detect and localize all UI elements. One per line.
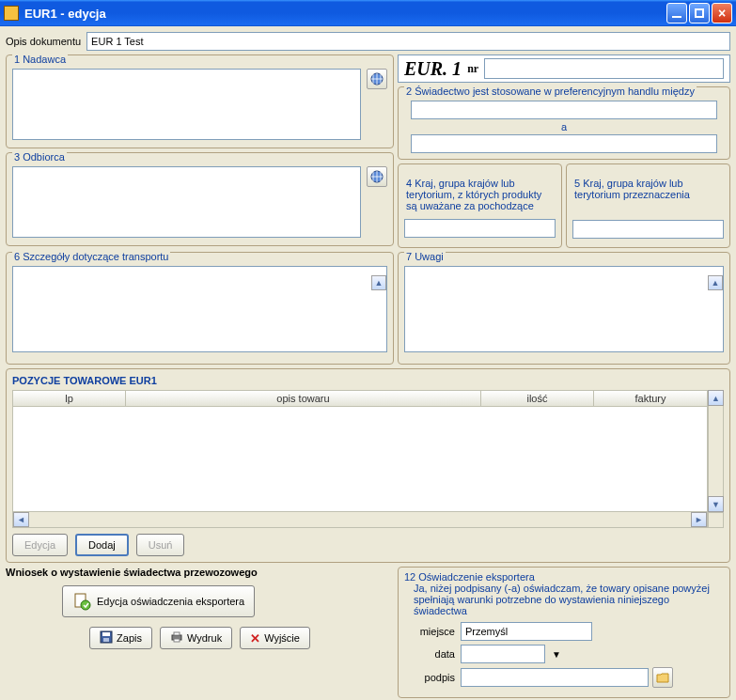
scroll-right-icon[interactable]: ► — [691, 512, 707, 527]
box4-input[interactable] — [404, 219, 556, 238]
svg-rect-6 — [103, 638, 109, 642]
grid-header: lp opis towaru ilość faktury — [12, 390, 708, 407]
eur-header: EUR. 1 nr — [398, 54, 730, 83]
save-icon — [100, 630, 113, 646]
date-dropdown-button[interactable]: ▼ — [549, 646, 564, 661]
opis-input[interactable] — [86, 32, 730, 51]
scroll-up-icon[interactable]: ▲ — [708, 390, 724, 406]
app-icon — [4, 6, 19, 21]
box2-input2[interactable] — [411, 134, 717, 153]
vertical-scrollbar[interactable] — [708, 406, 724, 496]
col-ilosc: ilość — [481, 391, 594, 406]
nadawca-lookup-button[interactable] — [367, 69, 387, 89]
podpis-input[interactable] — [461, 668, 649, 687]
col-lp: lp — [13, 391, 126, 406]
miejsce-input[interactable] — [461, 622, 592, 641]
box5-input[interactable] — [572, 220, 724, 239]
podpis-browse-button[interactable] — [652, 667, 673, 688]
box2-input1[interactable] — [411, 101, 717, 119]
box5-label: 5 Kraj, grupa krajów lub terytorium prze… — [572, 178, 724, 200]
eur-nr-input[interactable] — [484, 58, 724, 79]
svg-point-3 — [81, 600, 90, 610]
close-button[interactable]: × — [712, 3, 732, 23]
grid-body[interactable] — [12, 407, 708, 512]
wyjscie-button[interactable]: ✕ Wyjście — [240, 627, 310, 649]
transport-textarea[interactable] — [12, 266, 387, 352]
wniosek-title: Wniosek o wystawienie świadectwa przewoz… — [6, 567, 394, 578]
pozycje-title: POZYCJE TOWAROWE EUR1 — [12, 375, 724, 386]
scroll-left-icon[interactable]: ◄ — [13, 512, 29, 527]
exit-icon: ✕ — [250, 631, 260, 646]
box7-label: 7 Uwagi — [404, 251, 446, 262]
svg-rect-8 — [174, 632, 180, 635]
uwagi-textarea[interactable] — [404, 266, 724, 352]
edycja-oswiadczenia-label: Edycja oświadczenia eksportera — [97, 596, 244, 607]
scroll-down-icon[interactable]: ▼ — [708, 496, 724, 512]
edycja-row-button[interactable]: Edycja — [12, 534, 68, 556]
nadawca-textarea[interactable] — [12, 69, 361, 140]
dodaj-button[interactable]: Dodaj — [75, 534, 129, 556]
svg-rect-5 — [102, 632, 110, 636]
scroll-up-icon[interactable]: ▲ — [708, 275, 723, 290]
titlebar: EUR1 - edycja × — [0, 0, 736, 26]
col-opis: opis towaru — [126, 391, 481, 406]
miejsce-label: miejsce — [404, 626, 455, 637]
globe-icon — [369, 71, 384, 86]
horizontal-scrollbar[interactable]: ◄ ► — [12, 512, 708, 528]
box12-label: 12 Oświadczenie eksportera — [404, 571, 724, 583]
box12-desc: Ja, niżej podpisany (-a) oświadczam, że … — [404, 583, 724, 616]
box3-label: 3 Odbiorca — [12, 151, 67, 163]
eur-title: EUR. 1 — [404, 58, 462, 80]
zapis-button[interactable]: Zapis — [89, 627, 152, 649]
podpis-label: podpis — [404, 672, 455, 683]
box6-label: 6 Szczegóły dotyczące transportu — [12, 251, 170, 262]
box2-separator: a — [561, 121, 567, 132]
eur-nr-label: nr — [467, 62, 478, 76]
svg-rect-9 — [174, 639, 180, 642]
usun-button[interactable]: Usuń — [136, 534, 185, 556]
window-title: EUR1 - edycja — [24, 7, 106, 21]
box2-label: 2 Świadectwo jest stosowane w preferency… — [404, 86, 697, 97]
folder-icon — [656, 671, 669, 684]
wydruk-button[interactable]: Wydruk — [160, 627, 232, 649]
print-icon — [170, 630, 183, 646]
edycja-oswiadczenia-button[interactable]: Edycja oświadczenia eksportera — [62, 585, 255, 617]
globe-icon — [369, 169, 384, 184]
edit-doc-icon — [72, 592, 91, 611]
minimize-button[interactable] — [666, 3, 687, 23]
odbiorca-lookup-button[interactable] — [367, 166, 387, 187]
opis-label: Opis dokumentu — [6, 36, 81, 47]
box4-label: 4 Kraj, grupa krajów lub terytorium, z k… — [404, 178, 556, 211]
odbiorca-textarea[interactable] — [12, 166, 361, 238]
data-label: data — [404, 648, 455, 660]
data-input[interactable] — [461, 645, 545, 663]
col-faktury: faktury — [594, 391, 707, 406]
maximize-button[interactable] — [689, 3, 710, 23]
scroll-up-icon[interactable]: ▲ — [371, 275, 386, 290]
box1-label: 1 Nadawca — [12, 54, 68, 65]
